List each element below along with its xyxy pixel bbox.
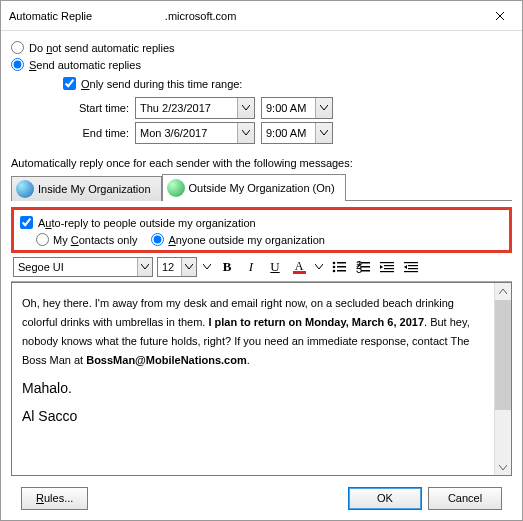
ok-button[interactable]: OK [348, 487, 422, 510]
contacts-only-label: My Contacts only [53, 234, 137, 246]
section-label: Automatically reply once for each sender… [11, 157, 512, 169]
contacts-only-radio[interactable]: My Contacts only [36, 233, 137, 246]
outside-scope-group: My Contacts only Anyone outside my organ… [36, 233, 503, 246]
svg-rect-13 [384, 265, 394, 266]
start-date-combo[interactable]: Thu 2/23/2017 [135, 97, 255, 119]
tab-inside-org[interactable]: Inside My Organization [11, 176, 162, 201]
svg-rect-3 [337, 266, 346, 268]
auto-reply-outside-label: Auto-reply to people outside my organiza… [38, 217, 256, 229]
font-size: 12 [162, 261, 174, 273]
do-not-send-radio[interactable]: Do not send automatic replies [11, 41, 512, 54]
dialog-body: Do not send automatic replies Send autom… [1, 31, 522, 520]
font-size-combo[interactable]: 12 [157, 257, 197, 277]
end-time-value: 9:00 AM [266, 127, 306, 139]
scroll-up-button[interactable] [495, 283, 511, 300]
rules-button[interactable]: Rules... [21, 487, 88, 510]
svg-rect-1 [337, 262, 346, 264]
msg-text: Mahalo. [22, 379, 484, 398]
anyone-outside-label: Anyone outside my organization [168, 234, 325, 246]
anyone-outside-radio[interactable]: Anyone outside my organization [151, 233, 325, 246]
only-send-range-checkbox[interactable]: Only send during this time range: [63, 77, 512, 90]
message-editor: Oh, hey there. I'm away from my desk and… [11, 282, 512, 476]
people-icon [16, 180, 34, 198]
start-date-value: Thu 2/23/2017 [140, 102, 211, 114]
start-time-combo[interactable]: 9:00 AM [261, 97, 333, 119]
svg-point-4 [333, 270, 336, 273]
svg-rect-9 [361, 266, 370, 268]
anyone-outside-input[interactable] [151, 233, 164, 246]
globe-icon [167, 179, 185, 197]
decrease-indent-button[interactable] [401, 257, 421, 277]
svg-rect-12 [380, 262, 394, 263]
highlight-box: Auto-reply to people outside my organiza… [11, 207, 512, 253]
start-time-label: Start time: [67, 102, 135, 114]
title-prefix: Automatic Replie [9, 10, 92, 22]
svg-point-2 [333, 266, 336, 269]
tabstrip: Inside My Organization Outside My Organi… [11, 173, 512, 201]
increase-indent-button[interactable] [377, 257, 397, 277]
font-combo[interactable]: Segoe UI [13, 257, 153, 277]
time-range-grid: Start time: Thu 2/23/2017 9:00 AM End ti… [67, 94, 512, 147]
end-time-combo[interactable]: 9:00 AM [261, 122, 333, 144]
contacts-only-input[interactable] [36, 233, 49, 246]
chevron-down-icon[interactable] [201, 257, 213, 277]
font-color-button[interactable]: A [289, 257, 309, 277]
msg-text: . [247, 354, 250, 366]
scroll-track[interactable] [495, 410, 511, 458]
svg-rect-16 [404, 262, 418, 263]
only-send-range-label: Only send during this time range: [81, 78, 242, 90]
chevron-down-icon[interactable] [237, 98, 254, 118]
chevron-down-icon[interactable] [237, 123, 254, 143]
titlebar: Automatic Replie xxxxxxxxxxxx .microsoft… [1, 1, 522, 31]
end-date-value: Mon 3/6/2017 [140, 127, 207, 139]
chevron-down-icon[interactable] [315, 123, 332, 143]
msg-signature: Al Sacco [22, 407, 484, 426]
scroll-down-button[interactable] [495, 458, 511, 475]
chevron-down-icon[interactable] [313, 257, 325, 277]
window-close-button[interactable] [477, 1, 522, 31]
font-name: Segoe UI [18, 261, 64, 273]
do-not-send-radio-input[interactable] [11, 41, 24, 54]
svg-rect-18 [408, 268, 418, 269]
svg-point-0 [333, 262, 336, 265]
msg-bold-return: I plan to return on Monday, March 6, 201… [208, 316, 424, 328]
underline-button[interactable]: U [265, 257, 285, 277]
italic-button[interactable]: I [241, 257, 261, 277]
bold-button[interactable]: B [217, 257, 237, 277]
svg-rect-11 [361, 270, 370, 272]
message-body[interactable]: Oh, hey there. I'm away from my desk and… [12, 283, 494, 475]
editor-toolbar: Segoe UI 12 B I U A 123 [11, 253, 512, 282]
svg-rect-5 [337, 270, 346, 272]
svg-rect-17 [408, 265, 418, 266]
numbered-list-button[interactable]: 123 [353, 257, 373, 277]
auto-reply-outside-checkbox[interactable]: Auto-reply to people outside my organiza… [20, 216, 503, 229]
send-radio-input[interactable] [11, 58, 24, 71]
only-send-range-input[interactable] [63, 77, 76, 90]
cancel-button[interactable]: Cancel [428, 487, 502, 510]
window-title: Automatic Replie xxxxxxxxxxxx .microsoft… [9, 9, 477, 23]
svg-rect-15 [380, 271, 394, 272]
send-label: Send automatic replies [29, 59, 141, 71]
do-not-send-label: Do not send automatic replies [29, 42, 175, 54]
vertical-scrollbar[interactable] [494, 283, 511, 475]
svg-rect-14 [384, 268, 394, 269]
send-radio[interactable]: Send automatic replies [11, 58, 512, 71]
tab-outside-label: Outside My Organization (On) [189, 182, 335, 194]
msg-bold-email: BossMan@MobileNations.com [86, 354, 246, 366]
scroll-thumb[interactable] [495, 300, 511, 410]
chevron-down-icon[interactable] [181, 258, 196, 276]
start-time-value: 9:00 AM [266, 102, 306, 114]
auto-reply-outside-input[interactable] [20, 216, 33, 229]
title-suffix: .microsoft.com [165, 10, 237, 22]
tab-inside-label: Inside My Organization [38, 183, 151, 195]
tab-outside-org[interactable]: Outside My Organization (On) [162, 174, 346, 201]
bullets-button[interactable] [329, 257, 349, 277]
svg-rect-7 [361, 262, 370, 264]
chevron-down-icon[interactable] [137, 258, 152, 276]
automatic-replies-dialog: Automatic Replie xxxxxxxxxxxx .microsoft… [0, 0, 523, 521]
chevron-down-icon[interactable] [315, 98, 332, 118]
dialog-footer: Rules... OK Cancel [11, 476, 512, 520]
svg-rect-19 [404, 271, 418, 272]
end-time-label: End time: [67, 127, 135, 139]
end-date-combo[interactable]: Mon 3/6/2017 [135, 122, 255, 144]
